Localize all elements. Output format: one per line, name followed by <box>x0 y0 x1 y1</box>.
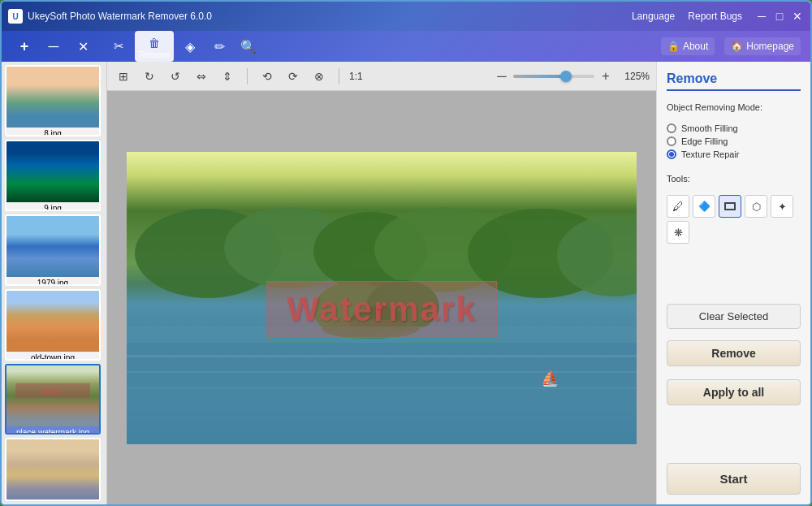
canvas-viewport: ⛵ Watermark ✛ <box>107 91 656 504</box>
title-bar-menu: Language Report Bugs <box>632 11 742 22</box>
rect-select-tool-button[interactable] <box>719 195 741 218</box>
tools-row: 🖊 🔷 ⬡ ✦ ❋ <box>667 195 801 244</box>
pattern-icon: ❋ <box>674 227 683 239</box>
pattern-tool-button[interactable]: ❋ <box>667 221 689 244</box>
apply-to-all-button[interactable]: Apply to all <box>667 379 801 405</box>
main-toolbar: + ─ ✕ ✂ 🗑 Remove ◈ ✏ <box>2 31 810 62</box>
polygon-tool-button[interactable]: ⬡ <box>745 195 767 218</box>
add-icon: + <box>20 38 29 55</box>
start-button[interactable]: Start <box>667 463 801 495</box>
remove-file-button[interactable]: ─ <box>41 33 67 59</box>
stamp-tool-button[interactable]: 🔷 <box>693 195 715 218</box>
rotate-ccw-button[interactable]: ↺ <box>166 67 185 86</box>
edge-filling-option[interactable]: Edge Filling <box>667 136 801 146</box>
svg-text:⛵: ⛵ <box>541 370 559 387</box>
pencil-icon: ✏ <box>214 39 225 54</box>
thumbnail-label-5: place-watermark.jpg <box>6 426 99 435</box>
crop-tool-button[interactable]: ✂ <box>106 33 132 59</box>
texture-repair-label: Texture Repair <box>681 149 740 159</box>
flip-h-icon: ⇔ <box>197 70 206 83</box>
clear-selected-button[interactable]: Clear Selected <box>667 304 801 329</box>
mode-toolbar-group: ✂ 🗑 Remove ◈ ✏ 🔍 <box>106 31 261 62</box>
brush-tool-button[interactable]: 🖊 <box>667 195 689 218</box>
svg-point-6 <box>557 215 637 296</box>
about-link[interactable]: 🔒 About <box>661 37 715 55</box>
thumbnail-3[interactable]: 1979.jpg <box>5 214 101 286</box>
zoom-in-button[interactable]: + <box>598 68 614 84</box>
canvas-tools-button[interactable]: ⊞ <box>114 67 133 86</box>
magic-wand-button[interactable]: ✦ <box>771 195 793 218</box>
undo-icon: ⟲ <box>262 70 272 83</box>
maximize-button[interactable]: □ <box>773 10 786 23</box>
thumbnail-4[interactable]: old-town.jpg <box>5 289 101 361</box>
home-icon: 🏠 <box>731 41 743 52</box>
remove-button[interactable]: Remove <box>667 340 801 366</box>
flip-v-button[interactable]: ⇕ <box>218 67 237 86</box>
brush-icon: 🖊 <box>672 200 684 213</box>
file-toolbar-group: + ─ ✕ <box>11 33 96 59</box>
flip-h-button[interactable]: ⇔ <box>192 67 211 86</box>
thumbnail-1[interactable]: 8.jpg <box>5 65 101 136</box>
canvas-toolbar-separator-2 <box>339 68 339 84</box>
svg-point-3 <box>313 212 427 290</box>
zoom-out-button[interactable]: ─ <box>494 68 510 84</box>
close-file-button[interactable]: ✕ <box>70 33 96 59</box>
thumbnail-label-2: 9.jpg <box>6 202 99 211</box>
canvas-toolbar: ⊞ ↻ ↺ ⇔ ⇕ ⟲ ⟳ <box>107 62 656 91</box>
magic-wand-icon: ✦ <box>778 201 787 213</box>
smooth-filling-option[interactable]: Smooth Filling <box>667 123 801 133</box>
stamp-icon: 🔷 <box>698 201 710 212</box>
tools-grid-icon: ⊞ <box>119 70 128 83</box>
minimize-button[interactable]: ─ <box>755 10 768 23</box>
edge-filling-radio[interactable] <box>667 136 676 146</box>
undo-button[interactable]: ⟲ <box>257 67 277 86</box>
panel-spacer <box>667 258 801 296</box>
thumbnail-image-2 <box>6 141 99 202</box>
homepage-label: Homepage <box>746 41 794 52</box>
rotate-ccw-icon: ↺ <box>171 70 180 83</box>
main-area: 8.jpg 9.jpg 1979.jpg old-town.jpg <box>2 62 810 504</box>
thumbnail-image-3 <box>6 216 99 277</box>
homepage-link[interactable]: 🏠 Homepage <box>724 37 801 55</box>
thumbnail-image-6 <box>6 439 99 500</box>
thumbnail-label-3: 1979.jpg <box>6 277 99 286</box>
toolbar-right: 🔒 About 🏠 Homepage <box>661 37 801 55</box>
zoom-slider[interactable] <box>513 75 594 78</box>
svg-point-2 <box>224 207 354 288</box>
fill-tool-button[interactable]: ◈ <box>177 33 203 59</box>
svg-point-1 <box>135 209 281 298</box>
thumbnail-label-6 <box>6 500 99 501</box>
thumbnail-label-4: old-town.jpg <box>6 352 99 361</box>
smooth-filling-radio[interactable] <box>667 123 676 133</box>
thumbnail-5[interactable]: Water- place-watermark.jpg <box>5 364 101 435</box>
about-label: About <box>683 41 708 52</box>
removing-mode-group: Smooth Filling Edge Filling Texture Repa… <box>667 123 801 159</box>
thumbnail-2[interactable]: 9.jpg <box>5 140 101 211</box>
zoom-controls: ─ + <box>494 68 614 84</box>
remove-tab-container: 🗑 Remove <box>135 31 174 62</box>
texture-repair-radio[interactable] <box>667 149 676 159</box>
eyedropper-tool-button[interactable]: 🔍 <box>235 33 261 59</box>
clear-button[interactable]: ⊗ <box>309 67 329 86</box>
language-menu-item[interactable]: Language <box>632 11 675 22</box>
redo-button[interactable]: ⟳ <box>283 67 303 86</box>
tools-section-label: Tools: <box>667 174 801 184</box>
svg-rect-12 <box>127 355 637 357</box>
add-files-button[interactable]: + <box>11 33 37 59</box>
zoom-percentage-label: 125% <box>620 71 650 82</box>
sidebar-scroll[interactable]: 8.jpg 9.jpg 1979.jpg old-town.jpg <box>2 62 106 504</box>
zoom-slider-thumb <box>560 71 572 82</box>
pencil-tool-button[interactable]: ✏ <box>206 33 232 59</box>
thumbnail-6[interactable] <box>5 438 101 501</box>
window-controls: ─ □ ✕ <box>755 10 804 23</box>
report-bugs-menu-item[interactable]: Report Bugs <box>688 11 742 22</box>
rotate-cw-button[interactable]: ↻ <box>140 67 159 86</box>
lock-icon: 🔒 <box>667 41 680 52</box>
close-button[interactable]: ✕ <box>791 10 804 23</box>
flip-v-icon: ⇕ <box>222 70 232 83</box>
svg-rect-11 <box>127 343 637 444</box>
remove-tab-button[interactable]: 🗑 Remove <box>135 31 174 62</box>
texture-repair-option[interactable]: Texture Repair <box>667 149 801 159</box>
svg-rect-10 <box>127 327 637 444</box>
image-canvas[interactable]: ⛵ Watermark ✛ <box>127 152 637 444</box>
